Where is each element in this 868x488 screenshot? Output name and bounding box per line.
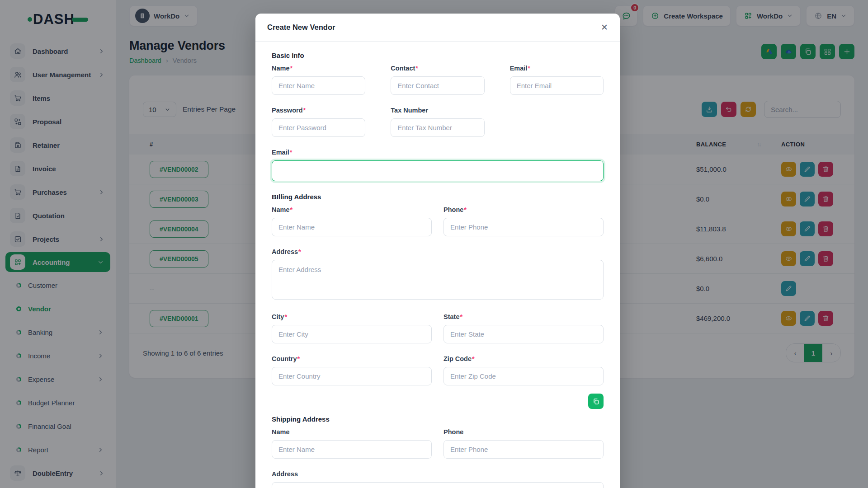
field-address: Address* — [272, 248, 604, 301]
field-state: State* — [443, 313, 604, 343]
field-label: Phone* — [443, 206, 604, 213]
required-asterisk: * — [284, 313, 287, 320]
field-name: Name — [272, 428, 432, 459]
name-input[interactable] — [272, 218, 432, 236]
form-row: Name*Phone* — [272, 206, 604, 236]
required-asterisk: * — [415, 65, 418, 72]
field-label: Country* — [272, 355, 432, 362]
required-asterisk: * — [472, 355, 475, 362]
form-row: Country*Zip Code* — [272, 355, 604, 385]
tax-number-input[interactable] — [391, 118, 484, 137]
section-heading: Basic Info — [272, 52, 604, 59]
field-label: State* — [443, 313, 604, 320]
address-textarea[interactable] — [272, 260, 604, 300]
required-asterisk: * — [290, 65, 293, 72]
field-label: Tax Number — [391, 107, 484, 114]
field-phone: Phone* — [443, 206, 604, 236]
field-label: Contact* — [391, 65, 484, 72]
modal-header: Create New Vendor ✕ — [255, 14, 620, 42]
create-vendor-modal: Create New Vendor ✕ Basic InfoName*Conta… — [255, 14, 620, 488]
field-label: Zip Code* — [443, 355, 604, 362]
required-asterisk: * — [460, 313, 462, 320]
modal-body: Basic InfoName*Contact*Email*Password*Ta… — [255, 42, 620, 488]
field-label: Name — [272, 428, 432, 436]
field-label: Phone — [443, 428, 604, 436]
copy-icon — [592, 397, 600, 406]
required-asterisk: * — [298, 248, 301, 255]
form-row: City*State* — [272, 313, 604, 343]
required-asterisk: * — [464, 206, 467, 213]
password-input[interactable] — [272, 118, 365, 137]
contact-input[interactable] — [391, 76, 484, 95]
email-input[interactable] — [272, 160, 604, 181]
copy-billing-row — [272, 394, 604, 409]
required-asterisk: * — [290, 149, 292, 156]
name-input[interactable] — [272, 440, 432, 459]
field-label: Address* — [272, 248, 604, 255]
field-label: Address — [272, 470, 604, 478]
city-input[interactable] — [272, 325, 432, 343]
field-email: Email* — [272, 149, 604, 181]
zip-code-input[interactable] — [443, 367, 604, 385]
field-label: Name* — [272, 206, 432, 213]
field-country: Country* — [272, 355, 432, 385]
field-address: Address — [272, 470, 604, 488]
form-row: Address — [272, 470, 604, 488]
field-label: Email* — [272, 149, 604, 156]
field-email: Email* — [510, 65, 604, 95]
field-name: Name* — [272, 65, 365, 95]
field-label: Name* — [272, 65, 365, 72]
close-icon[interactable]: ✕ — [601, 23, 608, 32]
field-label: Email* — [510, 65, 604, 72]
name-input[interactable] — [272, 76, 365, 95]
field-phone: Phone — [443, 428, 604, 459]
section-heading: BIlling Address — [272, 193, 604, 201]
required-asterisk: * — [290, 206, 293, 213]
form-row: Address* — [272, 248, 604, 301]
form-row: Email* — [272, 149, 604, 181]
field-city: City* — [272, 313, 432, 343]
country-input[interactable] — [272, 367, 432, 385]
required-asterisk: * — [303, 107, 306, 114]
required-asterisk: * — [528, 65, 530, 72]
form-row: Password*Tax Number — [272, 107, 604, 137]
required-asterisk: * — [297, 355, 300, 362]
modal-title: Create New Vendor — [267, 23, 335, 32]
copy-billing-to-shipping-button[interactable] — [588, 394, 604, 409]
phone-input[interactable] — [443, 218, 604, 236]
section-heading: Shipping Address — [272, 415, 604, 423]
form-row: NamePhone — [272, 428, 604, 459]
form-row: Name*Contact*Email* — [272, 65, 604, 95]
field-name: Name* — [272, 206, 432, 236]
field-zip-code: Zip Code* — [443, 355, 604, 385]
state-input[interactable] — [443, 325, 604, 343]
phone-input[interactable] — [443, 440, 604, 459]
field-label: City* — [272, 313, 432, 320]
field-label: Password* — [272, 107, 365, 114]
field-tax-number: Tax Number — [391, 107, 484, 137]
field-password: Password* — [272, 107, 365, 137]
email-input[interactable] — [510, 76, 604, 95]
address-textarea[interactable] — [272, 482, 604, 488]
field-contact: Contact* — [391, 65, 484, 95]
